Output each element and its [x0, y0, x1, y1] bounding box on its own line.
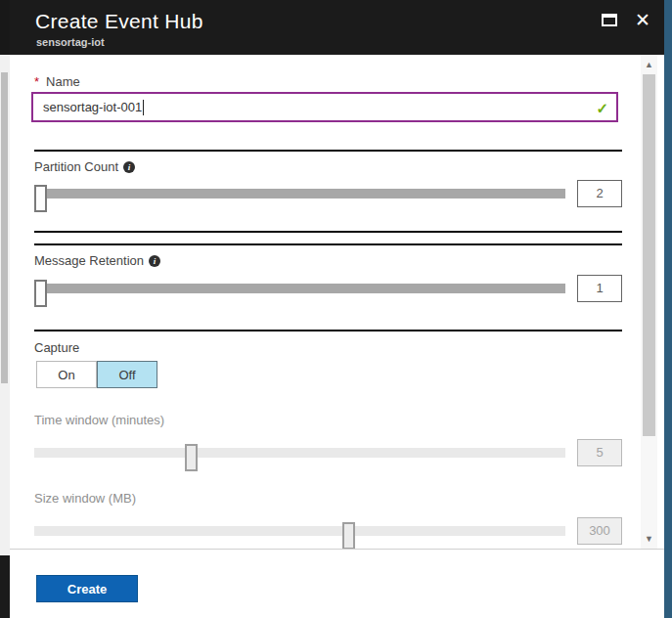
time-window-slider-handle	[185, 444, 198, 471]
background-dark-edge-top	[0, 0, 10, 55]
message-retention-slider-handle[interactable]	[34, 280, 47, 307]
scrollbar-thumb[interactable]	[643, 74, 655, 436]
close-icon: ✕	[635, 14, 650, 26]
info-icon[interactable]: i	[123, 161, 135, 173]
time-window-value: 5	[577, 439, 622, 466]
required-asterisk: *	[34, 74, 39, 89]
create-event-hub-blade: Create Event Hub sensortag-iot ✕ *Name s…	[10, 0, 664, 618]
capture-toggle: On Off	[36, 361, 157, 388]
section-divider	[34, 243, 622, 245]
section-divider	[34, 330, 622, 331]
name-input[interactable]: sensortag-iot-001 ✓	[31, 92, 618, 122]
page-title: Create Event Hub	[35, 10, 203, 33]
partition-count-label: Partition Count i	[34, 159, 135, 174]
maximize-icon	[602, 14, 617, 26]
size-window-slider-handle	[342, 522, 355, 550]
message-retention-label: Message Retention i	[34, 253, 160, 268]
background-scrollbar-thumb[interactable]	[1, 72, 8, 383]
create-button[interactable]: Create	[36, 575, 138, 602]
size-window-label: Size window (MB)	[34, 491, 136, 506]
name-input-value: sensortag-iot-001	[43, 100, 142, 114]
size-window-slider-row: 300	[34, 516, 622, 546]
validation-check-icon: ✓	[596, 100, 608, 117]
partition-count-slider-handle[interactable]	[34, 185, 47, 212]
capture-off-button[interactable]: Off	[97, 361, 157, 388]
portal-background-strip	[664, 0, 672, 618]
capture-on-button[interactable]: On	[36, 361, 97, 388]
time-window-label: Time window (minutes)	[34, 413, 164, 427]
partition-count-value[interactable]: 2	[577, 180, 622, 207]
partition-count-slider[interactable]	[34, 189, 565, 199]
message-retention-slider-row: 1	[34, 274, 622, 303]
text-caret	[143, 100, 144, 115]
message-retention-slider[interactable]	[34, 284, 565, 293]
blade-subtitle: sensortag-iot	[36, 36, 105, 48]
info-icon[interactable]: i	[149, 255, 160, 267]
section-divider	[34, 150, 622, 152]
close-button[interactable]: ✕	[635, 14, 650, 26]
maximize-button[interactable]	[602, 14, 617, 26]
scroll-up-icon[interactable]: ▲	[641, 57, 657, 72]
background-dark-edge-bottom	[0, 555, 10, 618]
blade-footer: Create	[10, 549, 664, 618]
time-window-slider	[34, 448, 565, 458]
time-window-slider-row: 5	[34, 438, 622, 467]
size-window-value: 300	[577, 517, 622, 545]
blade-body: *Name sensortag-iot-001 ✓ Partition Coun…	[10, 55, 664, 549]
scroll-down-icon[interactable]: ▼	[641, 531, 657, 547]
blade-scrollbar[interactable]: ▲ ▼	[641, 55, 657, 549]
size-window-slider	[34, 526, 565, 536]
partition-count-slider-row: 2	[34, 179, 622, 208]
capture-label: Capture	[34, 340, 79, 355]
blade-header: Create Event Hub sensortag-iot ✕	[10, 0, 664, 55]
section-divider	[34, 231, 622, 233]
message-retention-value[interactable]: 1	[577, 275, 622, 302]
background-page-scrollbar[interactable]	[0, 0, 10, 618]
name-label: *Name	[34, 74, 80, 89]
